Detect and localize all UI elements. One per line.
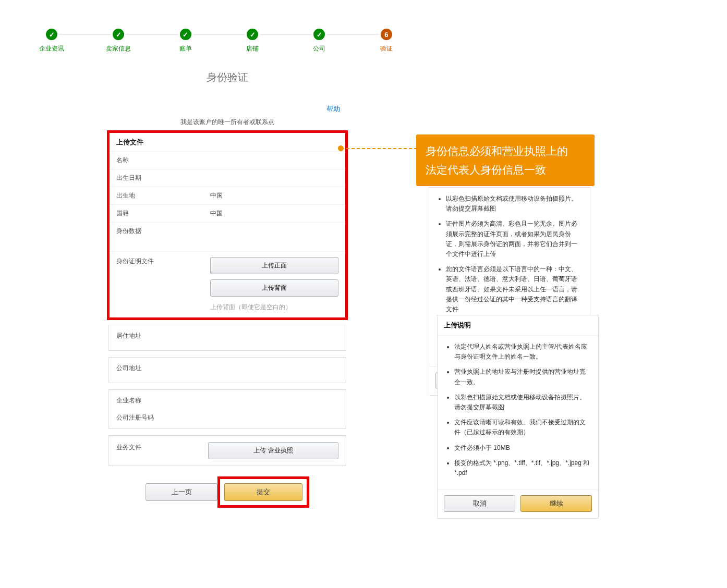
check-icon <box>113 29 124 40</box>
rule-item: 以彩色扫描原始文档或使用移动设备拍摄照片。请勿提交屏幕截图 <box>446 194 583 214</box>
row-id-document: 身份证明文件 上传正面 上传背面 <box>109 251 346 303</box>
value-company-address <box>203 360 346 377</box>
step-label: 验证 <box>380 44 393 53</box>
rule-item: 以彩色扫描原始文档或使用移动设备拍摄照片。请勿提交屏幕截图 <box>454 393 591 412</box>
label-birthplace: 出生地 <box>109 187 203 204</box>
panel2-cancel-button[interactable]: 取消 <box>444 495 515 512</box>
owner-statement: 我是该账户的唯一所有者或联系点 <box>108 118 346 127</box>
step-5: 公司 <box>286 29 353 53</box>
label-company-reg: 公司注册号码 <box>109 409 203 426</box>
rule-item: 证件图片必须为高清、彩色且一览无余。图片必须展示完整的证件页面，或者如果为居民身… <box>446 219 583 259</box>
label-residence-address: 居住地址 <box>109 327 203 345</box>
rule-item: 营业执照上的地址应与注册时提供的营业地址完全一致。 <box>454 367 591 387</box>
business-document-card: 业务文件 上传 营业执照 <box>108 435 346 466</box>
step-label: 企业资讯 <box>39 44 64 53</box>
step-6: 6 验证 <box>353 29 420 53</box>
row-birthplace: 出生地 中国 <box>109 187 346 204</box>
upload-back-button[interactable]: 上传背面 <box>210 279 338 297</box>
rule-item: 文件必须小于 10MB <box>454 443 591 453</box>
rule-item: 接受的格式为 *.png、*.tiff、*.tif、*.jpg、*.jpeg 和… <box>454 458 591 478</box>
annotation-connector <box>341 148 417 149</box>
rules-list-2: 法定代理人姓名或营业执照上的主管/代表姓名应与身份证明文件上的姓名一致。 营业执… <box>438 336 598 489</box>
row-dob: 出生日期 <box>109 169 346 187</box>
value-company-name <box>203 392 346 409</box>
label-company-address: 公司地址 <box>109 360 203 377</box>
previous-button[interactable]: 上一页 <box>146 483 217 501</box>
check-icon <box>247 29 258 40</box>
rule-item: 文件应该清晰可读和有效。我们不接受过期的文件（已超过标示的有效期） <box>454 418 591 437</box>
company-address-card: 公司地址 <box>108 357 346 383</box>
help-link[interactable]: 帮助 <box>326 105 340 113</box>
value-name <box>203 152 346 169</box>
section-title: 上传文件 <box>109 132 346 151</box>
value-id-data <box>203 223 346 247</box>
upload-instructions-panel: 上传说明 法定代理人姓名或营业执照上的主管/代表姓名应与身份证明文件上的姓名一致… <box>437 315 599 519</box>
value-birthplace: 中国 <box>203 187 346 204</box>
label-nationality: 国籍 <box>109 205 203 222</box>
label-business-document: 业务文件 <box>109 438 203 463</box>
panel2-continue-button[interactable]: 继续 <box>520 495 592 512</box>
page-title: 身份验证 <box>108 70 346 84</box>
submit-highlight-box: 提交 <box>217 476 309 508</box>
step-3: 账单 <box>152 29 219 53</box>
step-1: 企业资讯 <box>18 29 85 53</box>
main-form: 帮助 我是该账户的唯一所有者或联系点 上传文件 名称 出生日期 出生地 中国 国… <box>108 94 346 508</box>
check-icon <box>180 29 191 40</box>
annotation-callout: 身份信息必须和营业执照上的 法定代表人身份信息一致 <box>416 134 595 186</box>
step-2: 卖家信息 <box>85 29 152 53</box>
step-label: 账单 <box>179 44 192 53</box>
submit-button[interactable]: 提交 <box>224 483 302 501</box>
step-label: 店铺 <box>246 44 259 53</box>
check-icon <box>46 29 57 40</box>
label-name: 名称 <box>109 152 203 169</box>
label-dob: 出生日期 <box>109 169 203 187</box>
row-name: 名称 <box>109 151 346 169</box>
rule-item: 法定代理人姓名或营业执照上的主管/代表姓名应与身份证明文件上的姓名一致。 <box>454 342 591 362</box>
value-residence-address <box>203 327 346 345</box>
label-id-data: 身份数据 <box>109 223 203 247</box>
upload-business-license-button[interactable]: 上传 营业执照 <box>208 442 338 459</box>
value-nationality: 中国 <box>203 205 346 222</box>
label-id-document: 身份证明文件 <box>109 252 203 303</box>
rule-item: 您的文件语言必须是以下语言中的一种：中文、英语、法语、德语、意大利语、日语、葡萄… <box>446 264 583 314</box>
step-label: 公司 <box>313 44 325 53</box>
company-info-card: 企业名称 公司注册号码 <box>108 389 346 429</box>
upload-back-hint: 上传背面（即使它是空白的） <box>203 303 346 318</box>
callout-line2: 法定代表人身份信息一致 <box>426 164 546 176</box>
label-company-name: 企业名称 <box>109 392 203 409</box>
step-label: 卖家信息 <box>106 44 131 53</box>
row-nationality: 国籍 中国 <box>109 204 346 222</box>
step-4: 店铺 <box>219 29 286 53</box>
callout-line1: 身份信息必须和营业执照上的 <box>426 145 568 157</box>
value-dob <box>203 169 346 187</box>
panel2-title: 上传说明 <box>438 315 598 336</box>
upload-front-button[interactable]: 上传正面 <box>210 257 338 274</box>
residence-address-card: 居住地址 <box>108 325 346 351</box>
progress-stepper: 企业资讯 卖家信息 账单 店铺 公司 6 验证 <box>18 29 420 53</box>
check-icon <box>313 29 325 40</box>
value-company-reg <box>203 409 346 426</box>
step-current-icon: 6 <box>381 29 392 40</box>
upload-documents-card: 上传文件 名称 出生日期 出生地 中国 国籍 中国 身份数据 身份证明文件 上传… <box>108 132 346 318</box>
row-id-data: 身份数据 <box>109 222 346 247</box>
